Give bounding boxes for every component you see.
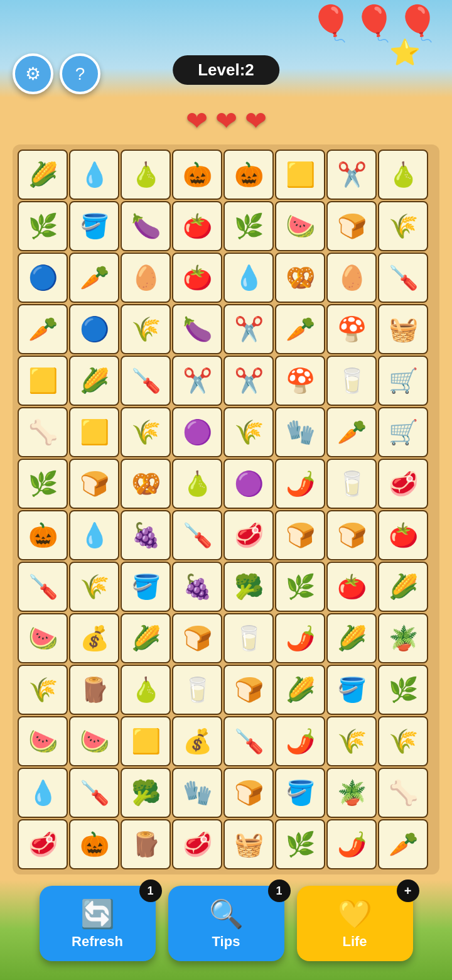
tile[interactable]: 💧 xyxy=(18,768,68,818)
tile[interactable]: 🪵 xyxy=(69,665,119,715)
tile[interactable]: 🥛 xyxy=(326,459,377,509)
tile[interactable]: 🧺 xyxy=(223,819,274,869)
tile[interactable]: 🪛 xyxy=(69,768,119,818)
tile[interactable]: 🧤 xyxy=(172,768,222,818)
tile[interactable]: 🍐 xyxy=(378,150,428,200)
tile[interactable]: 🍅 xyxy=(172,201,222,251)
tile[interactable]: 🌿 xyxy=(275,562,325,612)
tile[interactable]: 🍉 xyxy=(275,201,325,251)
tile[interactable]: 🌽 xyxy=(326,613,377,663)
tile[interactable]: 🥛 xyxy=(326,356,377,406)
tile[interactable]: 🌿 xyxy=(223,201,274,251)
tile[interactable]: 🍞 xyxy=(275,510,325,560)
tile[interactable]: 🌾 xyxy=(121,407,171,457)
tile[interactable]: 🌽 xyxy=(378,562,428,612)
tile[interactable]: 🟣 xyxy=(223,459,274,509)
tile[interactable]: 🌾 xyxy=(378,201,428,251)
tile[interactable]: 🌾 xyxy=(121,304,171,354)
life-button[interactable]: + 💛 Life xyxy=(297,886,413,961)
tile[interactable]: 🍅 xyxy=(378,510,428,560)
tile[interactable]: 🍞 xyxy=(223,665,274,715)
tile[interactable]: 🥦 xyxy=(223,562,274,612)
tile[interactable]: 🥩 xyxy=(378,459,428,509)
tile[interactable]: 🍐 xyxy=(121,150,171,200)
tile[interactable]: 🥕 xyxy=(378,819,428,869)
tile[interactable]: ✂️ xyxy=(172,356,222,406)
tile[interactable]: 🎃 xyxy=(223,150,274,200)
tile[interactable]: 🟨 xyxy=(18,356,68,406)
tile[interactable]: 💧 xyxy=(223,253,274,303)
tile[interactable]: 🪛 xyxy=(378,253,428,303)
tile[interactable]: 🍞 xyxy=(326,510,377,560)
tile[interactable]: 💰 xyxy=(69,613,119,663)
tile[interactable]: 🍅 xyxy=(326,562,377,612)
tile[interactable]: 🍆 xyxy=(172,304,222,354)
tile[interactable]: 🛒 xyxy=(378,356,428,406)
tile[interactable]: ✂️ xyxy=(223,356,274,406)
tile[interactable]: 🍇 xyxy=(172,562,222,612)
tile[interactable]: 🥕 xyxy=(326,407,377,457)
tile[interactable]: 🥩 xyxy=(172,819,222,869)
tile[interactable]: 🌶️ xyxy=(275,613,325,663)
tile[interactable]: 🥚 xyxy=(121,253,171,303)
tile[interactable]: 🟨 xyxy=(69,407,119,457)
tile[interactable]: 🍞 xyxy=(326,201,377,251)
tile[interactable]: 🍐 xyxy=(121,665,171,715)
tile[interactable]: ✂️ xyxy=(326,150,377,200)
tile[interactable]: 🪣 xyxy=(69,201,119,251)
tile[interactable]: 🧤 xyxy=(275,407,325,457)
tile[interactable]: 🥕 xyxy=(18,304,68,354)
tile[interactable]: 🪣 xyxy=(275,768,325,818)
tile[interactable]: 🪴 xyxy=(378,613,428,663)
tile[interactable]: 🍉 xyxy=(18,613,68,663)
tile[interactable]: 🥨 xyxy=(275,253,325,303)
tile[interactable]: 🌿 xyxy=(18,459,68,509)
tile[interactable]: 🛒 xyxy=(378,407,428,457)
tips-button[interactable]: 1 🔍 Tips xyxy=(168,886,284,961)
tile[interactable]: 🪣 xyxy=(121,562,171,612)
tile[interactable]: 🌽 xyxy=(275,665,325,715)
tile[interactable]: 🍉 xyxy=(18,716,68,766)
tile[interactable]: 🍇 xyxy=(121,510,171,560)
tile[interactable]: 🟨 xyxy=(275,150,325,200)
tile[interactable]: 🥕 xyxy=(69,253,119,303)
settings-button[interactable]: ⚙ xyxy=(13,53,53,94)
tile[interactable]: 🌾 xyxy=(326,716,377,766)
tile[interactable]: 🪛 xyxy=(172,510,222,560)
tile[interactable]: 🎃 xyxy=(69,819,119,869)
tile[interactable]: 🌶️ xyxy=(326,819,377,869)
tile[interactable]: 🍞 xyxy=(69,459,119,509)
tile[interactable]: 🎃 xyxy=(18,510,68,560)
tile[interactable]: 🔵 xyxy=(69,304,119,354)
tile[interactable]: 🌿 xyxy=(275,819,325,869)
tile[interactable]: 🍞 xyxy=(172,613,222,663)
tile[interactable]: ✂️ xyxy=(223,304,274,354)
tile[interactable]: 🍄 xyxy=(275,356,325,406)
tile[interactable]: 🥩 xyxy=(223,510,274,560)
tile[interactable]: 💰 xyxy=(172,716,222,766)
tile[interactable]: 🌿 xyxy=(18,201,68,251)
tile[interactable]: 🌾 xyxy=(223,407,274,457)
tile[interactable]: 🦴 xyxy=(378,768,428,818)
tile[interactable]: 💧 xyxy=(69,510,119,560)
tile[interactable]: 🧺 xyxy=(378,304,428,354)
tile[interactable]: 🪛 xyxy=(223,716,274,766)
tile[interactable]: 🥩 xyxy=(18,819,68,869)
tile[interactable]: 🔵 xyxy=(18,253,68,303)
tile[interactable]: 💧 xyxy=(69,150,119,200)
tile[interactable]: 🎃 xyxy=(172,150,222,200)
tile[interactable]: 🍆 xyxy=(121,201,171,251)
tile[interactable]: 🌾 xyxy=(18,665,68,715)
tile[interactable]: 🍄 xyxy=(326,304,377,354)
tile[interactable]: 🪛 xyxy=(18,562,68,612)
refresh-button[interactable]: 1 🔄 Refresh xyxy=(40,886,156,961)
tile[interactable]: 🥚 xyxy=(326,253,377,303)
tile[interactable]: 🪵 xyxy=(121,819,171,869)
tile[interactable]: 🌽 xyxy=(121,613,171,663)
help-button[interactable]: ? xyxy=(60,53,100,94)
tile[interactable]: 🌿 xyxy=(378,665,428,715)
tile[interactable]: 🌽 xyxy=(18,150,68,200)
tile[interactable]: 🌶️ xyxy=(275,716,325,766)
tile[interactable]: 🟨 xyxy=(121,716,171,766)
tile[interactable]: 🌶️ xyxy=(275,459,325,509)
